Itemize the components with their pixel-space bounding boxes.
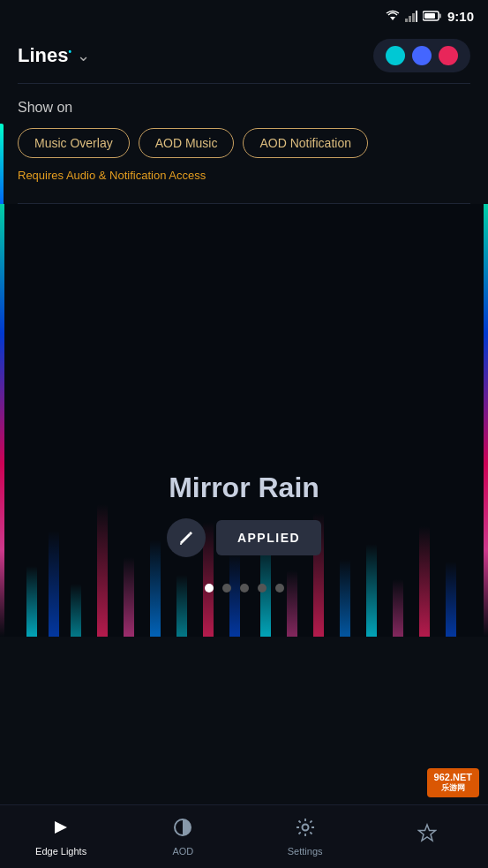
status-bar: 9:10 <box>0 0 488 32</box>
rain-bar-11 <box>287 570 297 637</box>
access-warning: Requires Audio & Notification Access <box>18 169 470 182</box>
aod-notification-tag[interactable]: AOD Notification <box>243 128 367 158</box>
status-time: 9:10 <box>447 9 474 24</box>
rain-bar-5 <box>124 557 134 637</box>
dot-indicator-4 <box>275 584 284 593</box>
svg-rect-2 <box>409 16 411 22</box>
show-on-label: Show on <box>18 100 470 116</box>
bottom-nav: Edge Lights AOD Settings <box>0 804 488 868</box>
signal-icon <box>405 10 417 22</box>
edit-button[interactable] <box>167 518 206 557</box>
svg-marker-12 <box>418 825 435 841</box>
svg-rect-1 <box>405 19 408 22</box>
settings-icon <box>296 818 315 842</box>
svg-rect-4 <box>416 11 417 22</box>
svg-rect-6 <box>424 13 435 19</box>
watermark-text: 962.NET <box>434 772 472 782</box>
rain-bar-17 <box>446 562 456 637</box>
pink-dot <box>439 46 458 65</box>
nav-item-edge-lights[interactable]: Edge Lights <box>0 818 122 857</box>
dot-indicator-0 <box>205 584 214 593</box>
svg-rect-3 <box>412 13 415 22</box>
track-name: Mirror Rain <box>169 472 319 504</box>
edge-lights-icon <box>51 818 71 842</box>
nav-item-aod[interactable]: AOD <box>122 818 244 857</box>
header-left: Lines• ⌄ <box>18 44 90 67</box>
cyan-dot <box>386 46 405 65</box>
applied-button[interactable]: APPLIED <box>216 520 321 555</box>
track-overlay: Mirror Rain APPLIED <box>0 472 488 557</box>
dot-indicator-2 <box>240 584 249 593</box>
dot-indicator-3 <box>258 584 267 593</box>
dots-indicator <box>0 584 488 593</box>
dropdown-arrow-icon[interactable]: ⌄ <box>77 46 90 65</box>
battery-icon <box>423 11 442 21</box>
svg-rect-7 <box>439 14 441 19</box>
watermark-subtext: 乐游网 <box>434 782 472 794</box>
pencil-icon <box>178 530 194 546</box>
rain-bar-13 <box>340 559 350 637</box>
music-overlay-tag[interactable]: Music Overlay <box>18 128 130 158</box>
svg-marker-0 <box>390 17 395 20</box>
color-dots-container[interactable] <box>373 39 470 72</box>
nav-label-settings: Settings <box>288 846 323 857</box>
nav-item-settings[interactable]: Settings <box>244 818 366 857</box>
show-on-section: Show on Music Overlay AOD Music AOD Noti… <box>0 84 488 191</box>
track-buttons: APPLIED <box>167 518 321 557</box>
nav-item-more[interactable] <box>366 823 488 851</box>
watermark: 962.NET 乐游网 <box>427 768 479 797</box>
blue-dot <box>412 46 432 65</box>
status-icons: 9:10 <box>386 9 474 24</box>
app-title: Lines• <box>18 44 71 67</box>
nav-label-edge-lights: Edge Lights <box>35 846 86 857</box>
wifi-icon <box>386 10 400 22</box>
aod-icon <box>173 818 192 842</box>
app-header: Lines• ⌄ <box>0 32 488 83</box>
preview-area: Mirror Rain APPLIED <box>0 204 488 637</box>
dot-indicator-1 <box>222 584 231 593</box>
tags-row: Music Overlay AOD Music AOD Notification <box>18 128 470 158</box>
svg-point-11 <box>302 824 308 830</box>
aod-music-tag[interactable]: AOD Music <box>139 128 235 158</box>
nav-label-aod: AOD <box>172 846 193 857</box>
rain-bar-1 <box>26 566 37 637</box>
svg-marker-9 <box>55 821 67 834</box>
star-icon <box>417 823 437 848</box>
rain-bar-9 <box>229 553 240 637</box>
